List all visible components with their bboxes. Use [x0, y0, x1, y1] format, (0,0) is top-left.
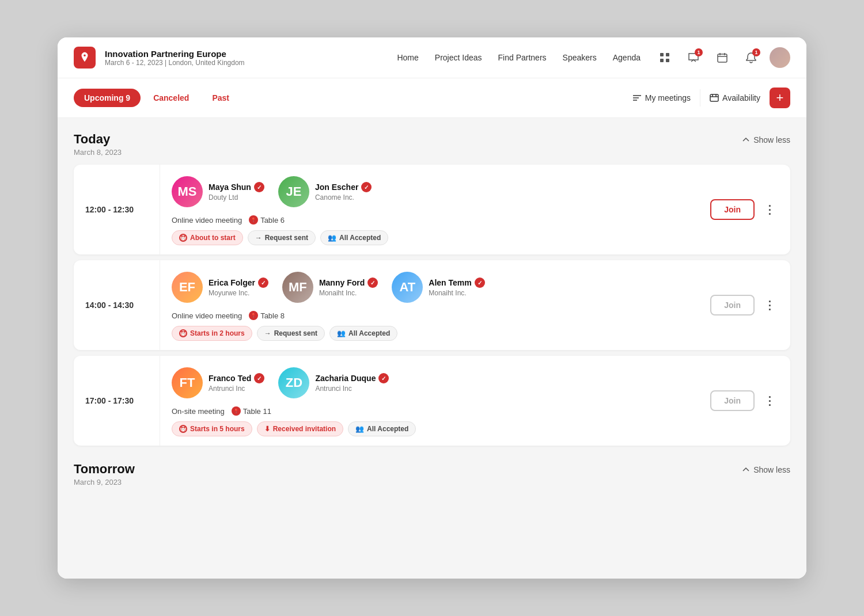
meeting-body: FT Franco Ted ✓ Antrunci Inc: [160, 356, 699, 446]
svg-rect-1: [666, 53, 669, 56]
logo[interactable]: [74, 47, 96, 69]
meeting-actions: Join ⋮: [699, 260, 790, 350]
nav-find-partners[interactable]: Find Partners: [498, 53, 547, 62]
header-icons: 1 1: [654, 47, 790, 68]
grid-icon-button[interactable]: [654, 47, 675, 68]
bell-badge: 1: [752, 48, 760, 56]
svg-rect-0: [660, 53, 664, 56]
meeting-body: EF Erica Folger ✓ Moyurwe Inc.: [160, 260, 699, 350]
calendar-icon-button[interactable]: [712, 47, 733, 68]
nav-speakers[interactable]: Speakers: [563, 53, 597, 62]
check-icon: ✓: [475, 277, 485, 288]
participant: ZD Zacharia Duque ✓ Antrunci Inc: [278, 367, 389, 398]
participant-name: Manny Ford ✓: [319, 277, 378, 288]
meeting-table: 📍 Table 6: [249, 215, 285, 225]
tabs-bar: Upcoming 9 Canceled Past My meetings Ava…: [58, 78, 806, 118]
tab-upcoming[interactable]: Upcoming 9: [74, 89, 141, 107]
participants: FT Franco Ted ✓ Antrunci Inc: [172, 367, 687, 398]
participant-info: Maya Shun ✓ Douty Ltd: [209, 182, 264, 201]
avatar-img: EF: [172, 272, 203, 303]
svg-rect-2: [660, 59, 664, 62]
participant-company: Monaiht Inc.: [429, 289, 484, 297]
participant-name: Zacharia Duque ✓: [315, 373, 389, 383]
tab-canceled[interactable]: Canceled: [143, 89, 199, 107]
meeting-meta: Online video meeting 📍 Table 6: [172, 215, 687, 225]
participant-name: Maya Shun ✓: [209, 182, 264, 192]
participant-name: Alen Temm ✓: [429, 277, 484, 288]
today-header: Today March 8, 2023 Show less: [74, 132, 790, 157]
user-avatar[interactable]: [770, 47, 790, 68]
participant: MF Manny Ford ✓ Monaiht Inc.: [282, 272, 378, 303]
meeting-tags: ⏰ About to start → Request sent 👥 All Ac…: [172, 230, 687, 245]
avatar-img: JE: [278, 176, 309, 207]
nav-home[interactable]: Home: [397, 53, 418, 62]
header: Innovation Partnering Europe March 6 - 1…: [58, 37, 806, 78]
tab-actions: My meetings Availability +: [632, 88, 790, 108]
more-options-button[interactable]: ⋮: [760, 296, 779, 314]
tomorrow-header: Tomorrow March 9, 2023 Show less: [74, 462, 790, 486]
main-nav: Home Project Ideas Find Partners Speaker…: [397, 53, 641, 62]
tag-time: ⏰ Starts in 5 hours: [172, 421, 252, 436]
tomorrow-section: Tomorrow March 9, 2023 Show less: [74, 462, 790, 486]
my-meetings-button[interactable]: My meetings: [632, 93, 691, 102]
svg-rect-3: [666, 59, 669, 62]
meeting-time: 14:00 - 14:30: [74, 260, 160, 350]
participant-avatar: EF: [172, 272, 203, 303]
today-date: March 8, 2023: [74, 148, 122, 157]
location-icon: 📍: [232, 406, 241, 416]
participant: FT Franco Ted ✓ Antrunci Inc: [172, 367, 264, 398]
tag-time: ⏰ Starts in 2 hours: [172, 326, 252, 341]
participant-name: Jon Escher ✓: [315, 182, 372, 192]
participants: MS Maya Shun ✓ Douty Ltd: [172, 176, 687, 207]
brand-info: Innovation Partnering Europe March 6 - 1…: [105, 49, 397, 67]
participant-info: Alen Temm ✓ Monaiht Inc.: [429, 277, 484, 297]
check-icon: ✓: [361, 182, 372, 192]
clock-icon: ⏰: [179, 234, 187, 242]
participant-info: Manny Ford ✓ Monaiht Inc.: [319, 277, 378, 297]
participant-info: Zacharia Duque ✓ Antrunci Inc: [315, 373, 389, 393]
tag-accept: 👥 All Accepted: [348, 421, 416, 436]
meeting-meta: Online video meeting 📍 Table 8: [172, 311, 687, 320]
join-button[interactable]: Join: [710, 295, 755, 315]
nav-agenda[interactable]: Agenda: [613, 53, 641, 62]
meeting-card: 14:00 - 14:30 EF Erica Folger ✓: [74, 260, 790, 350]
participants: EF Erica Folger ✓ Moyurwe Inc.: [172, 272, 687, 303]
clock-icon: ⏰: [179, 425, 187, 433]
svg-rect-4: [718, 54, 727, 62]
chat-badge: 1: [695, 48, 703, 56]
join-button[interactable]: Join: [710, 199, 755, 220]
tag-time: ⏰ About to start: [172, 230, 243, 245]
participant: AT Alen Temm ✓ Monaiht Inc.: [392, 272, 484, 303]
avatar-img: MF: [282, 272, 313, 303]
join-button[interactable]: Join: [710, 390, 755, 411]
avatar-img: AT: [392, 272, 423, 303]
meeting-type: On-site meeting: [172, 407, 225, 416]
brand-name: Innovation Partnering Europe: [105, 49, 397, 59]
add-meeting-button[interactable]: +: [770, 88, 790, 108]
nav-project-ideas[interactable]: Project Ideas: [435, 53, 482, 62]
tag-accept: 👥 All Accepted: [329, 326, 397, 341]
meeting-tags: ⏰ Starts in 2 hours → Request sent 👥 All…: [172, 326, 687, 341]
participant-avatar: MF: [282, 272, 313, 303]
divider: [700, 89, 700, 107]
more-options-button[interactable]: ⋮: [760, 391, 779, 410]
tomorrow-date: March 9, 2023: [74, 478, 135, 486]
participant-avatar: ZD: [278, 367, 309, 398]
brand-sub: March 6 - 12, 2023 | London, United King…: [105, 59, 397, 67]
participant-avatar: MS: [172, 176, 203, 207]
availability-button[interactable]: Availability: [710, 93, 760, 102]
more-options-button[interactable]: ⋮: [760, 200, 779, 219]
bell-icon-button[interactable]: 1: [741, 47, 761, 68]
participant-avatar: AT: [392, 272, 423, 303]
tomorrow-title: Tomorrow: [74, 462, 135, 477]
today-show-less-button[interactable]: Show less: [742, 135, 790, 145]
participant-name: Erica Folger ✓: [209, 277, 268, 288]
chat-icon-button[interactable]: 1: [683, 47, 704, 68]
meeting-type: Online video meeting: [172, 216, 242, 225]
meeting-table: 📍 Table 8: [249, 311, 285, 320]
today-section: Today March 8, 2023 Show less 12:00 - 12…: [74, 132, 790, 446]
tomorrow-show-less-button[interactable]: Show less: [742, 465, 790, 474]
meeting-actions: Join ⋮: [699, 356, 790, 446]
tab-past[interactable]: Past: [202, 89, 240, 107]
participant-avatar: JE: [278, 176, 309, 207]
